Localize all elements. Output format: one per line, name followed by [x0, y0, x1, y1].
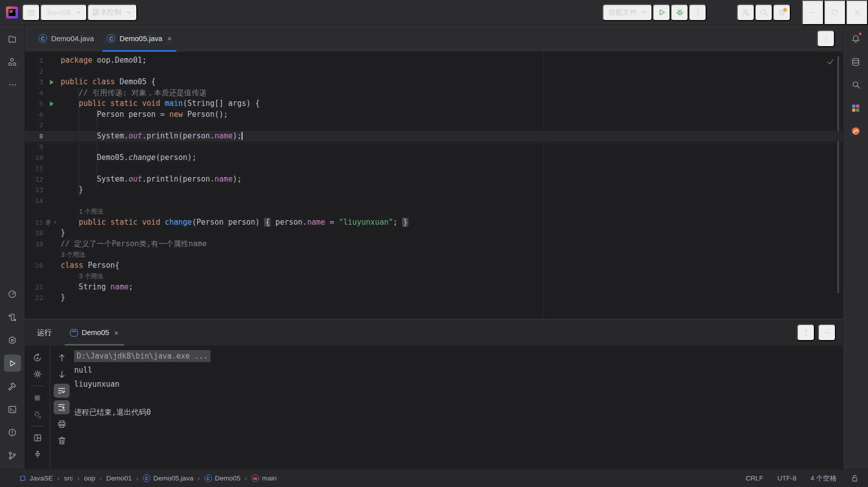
line-number: 8: [25, 131, 43, 142]
lock-open-icon[interactable]: [850, 474, 859, 482]
toolwindow-stripe-plugin[interactable]: [847, 122, 864, 139]
close-icon[interactable]: ×: [167, 34, 172, 43]
left-toolwindow-stripe: [0, 25, 25, 469]
code-text: Demo05.change(person);: [60, 152, 196, 164]
down-stack-trace-button[interactable]: [54, 367, 70, 381]
editor-code[interactable]: 1package oop.Demo01;23public class Demo0…: [25, 52, 843, 319]
hide-toolwindow-button[interactable]: [818, 324, 836, 341]
code-text: System.out.println(person.name);: [60, 174, 242, 185]
toolwindow-stripe-commit[interactable]: [4, 308, 21, 326]
toolwindow-stripe-build[interactable]: [4, 378, 21, 395]
toolwindow-stripe-profiler[interactable]: [4, 285, 21, 302]
code-text: }: [60, 292, 65, 303]
code-text: }: [60, 185, 83, 196]
breadcrumb-src[interactable]: src: [64, 474, 73, 482]
toolwindow-stripe-terminal[interactable]: [4, 401, 21, 418]
settings-button[interactable]: [773, 4, 791, 21]
print-button[interactable]: [54, 417, 70, 431]
project-widget[interactable]: JavaSE: [40, 4, 87, 21]
restart-debug-button[interactable]: [30, 407, 46, 421]
toolwindow-stripe-notifications[interactable]: [847, 30, 864, 47]
run-toolwindow-title[interactable]: 运行: [32, 319, 57, 346]
code-text: 3 个用法: [60, 271, 103, 282]
application-window: IJ JavaSE 版本控制 当前文件: [0, 0, 868, 487]
breadcrumb-oop[interactable]: oop: [84, 474, 96, 482]
line-number: [25, 271, 43, 282]
toolwindow-stripe-version-control[interactable]: [4, 447, 21, 464]
line-number: 2: [25, 66, 43, 77]
code-line: 1package oop.Demo01;: [25, 55, 843, 66]
code-text: String name;: [60, 282, 133, 293]
folder-icon: [8, 34, 17, 44]
code-line: 6 Person person = new Person();: [25, 109, 843, 120]
status-indent[interactable]: 4 个空格: [810, 474, 836, 483]
line-number: 13: [25, 185, 43, 196]
minimize-icon: [809, 9, 817, 17]
tab-options-button[interactable]: [817, 30, 835, 47]
run-settings-button[interactable]: [30, 367, 46, 381]
status-line-separator[interactable]: CRLF: [746, 474, 763, 482]
console-output[interactable]: D:\Java\jdk8\bin\java.exe ...nullliuyunx…: [73, 346, 843, 469]
soft-wrap-button[interactable]: [54, 384, 70, 398]
inlay-hint-row: 3 个用法: [25, 249, 843, 260]
gutter: [43, 88, 60, 99]
breadcrumb-label: Demo01: [106, 474, 132, 482]
toolwindow-stripe-services[interactable]: [4, 332, 21, 349]
toolwindow-stripe-database[interactable]: [847, 53, 864, 70]
debug-button[interactable]: [671, 4, 689, 21]
breadcrumb-javase[interactable]: JavaSE: [19, 474, 53, 482]
run-tab-demo05[interactable]: Demo05 ×: [64, 319, 125, 346]
main-menu-button[interactable]: [22, 4, 40, 21]
chevron-down-icon: [640, 9, 647, 16]
rerun-button[interactable]: [30, 351, 46, 365]
scroll-to-end-button[interactable]: [54, 400, 70, 414]
breadcrumb-label: oop: [84, 474, 96, 482]
run-gutter-icon[interactable]: [43, 98, 60, 109]
class-icon: C: [143, 474, 150, 482]
breadcrumb-demo01[interactable]: Demo01: [106, 474, 132, 482]
toolwindow-stripe-maven[interactable]: [847, 99, 864, 116]
editor-tab-demo05.java[interactable]: CDemo05.java×: [100, 25, 178, 52]
toolwindow-stripe-find[interactable]: [847, 76, 864, 93]
more-actions-button[interactable]: [689, 4, 707, 21]
breadcrumb-demo05[interactable]: CDemo05: [204, 474, 241, 482]
breadcrumb-demo05.java[interactable]: CDemo05.java: [143, 474, 193, 482]
close-button[interactable]: [846, 0, 868, 25]
softwrap-icon: [57, 386, 66, 395]
fold-gutter-icon[interactable]: @ ›: [43, 217, 60, 228]
editor-tab-demo04.java[interactable]: CDemo04.java: [32, 25, 100, 52]
pin-button[interactable]: [30, 447, 46, 461]
toolwindow-stripe-project[interactable]: [4, 30, 21, 47]
search-everywhere-button[interactable]: [755, 4, 773, 21]
close-icon[interactable]: ×: [114, 329, 119, 337]
vcs-widget[interactable]: 版本控制: [87, 4, 137, 21]
settings-notification-dot: [783, 8, 787, 12]
maximize-button[interactable]: [824, 0, 846, 25]
status-encoding[interactable]: UTF-8: [777, 474, 796, 482]
clear-all-button[interactable]: [54, 433, 70, 447]
gutter: [43, 109, 60, 120]
code-with-me-button[interactable]: [737, 4, 755, 21]
layout-settings-button[interactable]: [30, 431, 46, 445]
toolwindow-stripe-more-tool-windows[interactable]: [4, 76, 21, 93]
toolwindow-stripe-structure[interactable]: [4, 53, 21, 70]
minimize-button[interactable]: [802, 0, 824, 25]
run-gutter-icon[interactable]: [43, 77, 60, 88]
toolwindow-stripe-run[interactable]: [4, 355, 21, 372]
console-command-line[interactable]: D:\Java\jdk8\bin\java.exe ...: [74, 350, 210, 362]
run-configuration-selector[interactable]: 当前文件: [602, 4, 653, 21]
up-stack-trace-button[interactable]: [54, 351, 70, 365]
kebab-menu-icon: [694, 8, 702, 17]
maven-icon: [851, 103, 860, 113]
run-panel-options-button[interactable]: [797, 324, 815, 341]
breadcrumb-main[interactable]: mmain: [252, 474, 277, 482]
code-text: public static void change(Person person)…: [60, 217, 408, 228]
bug-restart-icon: [33, 410, 42, 419]
notification-badge: [858, 32, 862, 36]
toolwindow-stripe-problems[interactable]: [4, 424, 21, 441]
stop-button[interactable]: [30, 391, 46, 405]
gutter: [43, 152, 60, 164]
breadcrumb-label: main: [262, 474, 277, 482]
run-button[interactable]: [653, 4, 671, 21]
console-tab-icon: [70, 329, 78, 337]
